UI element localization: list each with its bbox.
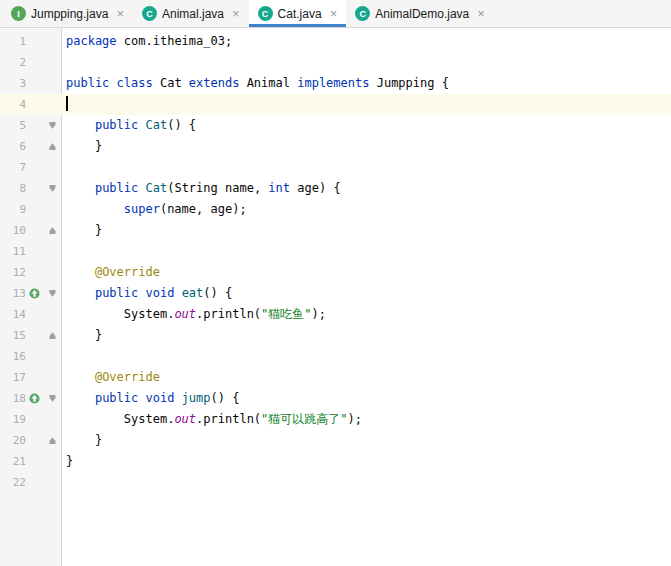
code-token-plain (66, 181, 95, 195)
code-token-plain (66, 265, 95, 279)
code-line-content[interactable]: } (62, 136, 671, 157)
gutter-icon-slot (26, 220, 43, 241)
code-token-plain (138, 118, 145, 132)
fold-marker-slot (43, 241, 62, 262)
code-line-content[interactable]: System.out.println("猫吃鱼"); (62, 304, 671, 325)
code-token-keyword: extends (189, 76, 240, 90)
fold-marker-end-icon[interactable] (43, 325, 62, 346)
code-token-keyword: implements (297, 76, 369, 90)
code-line-8: 8 public Cat(String name, int age) { (0, 178, 671, 199)
gutter-icon-slot (26, 346, 43, 367)
line-number: 3 (0, 73, 26, 94)
code-line-content[interactable]: @Override (62, 367, 671, 388)
gutter-icon-slot (26, 472, 43, 493)
fold-marker-start-icon[interactable] (43, 388, 62, 409)
code-line-content[interactable] (62, 94, 671, 115)
line-number: 14 (0, 304, 26, 325)
fold-marker-start-icon[interactable] (43, 115, 62, 136)
tab-close-icon[interactable]: × (116, 7, 124, 20)
code-token-annotation: @Override (95, 370, 160, 384)
tab-close-icon[interactable]: × (477, 7, 485, 20)
fold-marker-slot (43, 73, 62, 94)
class-icon: C (355, 6, 370, 21)
overriding-method-icon[interactable] (26, 388, 43, 409)
gutter-icon-slot (26, 136, 43, 157)
line-number: 8 (0, 178, 26, 199)
tab-close-icon[interactable]: × (232, 7, 240, 20)
fold-marker-start-icon[interactable] (43, 178, 62, 199)
fold-marker-slot (43, 262, 62, 283)
code-line-content[interactable] (62, 472, 671, 493)
code-line-content[interactable]: } (62, 220, 671, 241)
editor-tab-jumpping-java[interactable]: IJumpping.java× (2, 0, 133, 27)
gutter-icon-slot (26, 430, 43, 451)
editor-tab-animal-java[interactable]: CAnimal.java× (133, 0, 249, 27)
code-line-5: 5 public Cat() { (0, 115, 671, 136)
code-line-content[interactable]: super(name, age); (62, 199, 671, 220)
code-token-plain: ); (348, 412, 362, 426)
editor-tab-animaldemo-java[interactable]: CAnimalDemo.java× (346, 0, 494, 27)
line-number: 6 (0, 136, 26, 157)
code-line-content[interactable]: System.out.println("猫可以跳高了"); (62, 409, 671, 430)
code-line-content[interactable] (62, 157, 671, 178)
line-number: 9 (0, 199, 26, 220)
code-line-content[interactable]: } (62, 451, 671, 472)
text-caret (66, 96, 68, 111)
code-token-plain (138, 286, 145, 300)
code-token-plain (138, 181, 145, 195)
code-token-plain: ); (312, 307, 326, 321)
line-number: 11 (0, 241, 26, 262)
gutter-icon-slot (26, 451, 43, 472)
ide-window: IJumpping.java×CAnimal.java×CCat.java×CA… (0, 0, 671, 566)
fold-marker-slot (43, 52, 62, 73)
code-line-content[interactable]: public class Cat extends Animal implemen… (62, 73, 671, 94)
line-number: 16 (0, 346, 26, 367)
fold-marker-slot (43, 472, 62, 493)
code-token-method_decl: jump (182, 391, 211, 405)
code-token-plain (66, 391, 95, 405)
code-line-13: 13 public void eat() { (0, 283, 671, 304)
tab-label: Animal.java (162, 7, 224, 21)
code-line-content[interactable] (62, 241, 671, 262)
code-line-content[interactable]: } (62, 430, 671, 451)
code-line-9: 9 super(name, age); (0, 199, 671, 220)
line-number: 10 (0, 220, 26, 241)
fold-marker-slot (43, 31, 62, 52)
code-line-content[interactable]: package com.itheima_03; (62, 31, 671, 52)
code-line-content[interactable] (62, 346, 671, 367)
code-line-content[interactable]: public void eat() { (62, 283, 671, 304)
code-token-plain (138, 391, 145, 405)
code-line-content[interactable]: public Cat(String name, int age) { (62, 178, 671, 199)
code-token-plain: } (66, 433, 102, 447)
tab-label: Jumpping.java (31, 7, 108, 21)
code-token-plain (66, 370, 95, 384)
code-line-content[interactable]: } (62, 325, 671, 346)
code-token-plain (109, 76, 116, 90)
fold-marker-end-icon[interactable] (43, 430, 62, 451)
fold-marker-end-icon[interactable] (43, 220, 62, 241)
code-token-plain: System. (66, 412, 174, 426)
code-line-content[interactable]: @Override (62, 262, 671, 283)
editor-tab-cat-java[interactable]: CCat.java× (249, 0, 347, 27)
line-number: 2 (0, 52, 26, 73)
tab-close-icon[interactable]: × (330, 7, 338, 20)
code-line-content[interactable] (62, 52, 671, 73)
overriding-method-icon[interactable] (26, 283, 43, 304)
code-token-keyword: class (117, 76, 153, 90)
code-token-plain: (name, age); (160, 202, 247, 216)
code-token-string: "猫可以跳高了" (261, 412, 347, 426)
code-editor[interactable]: 1package com.itheima_03;23public class C… (0, 28, 671, 566)
gutter-icon-slot (26, 325, 43, 346)
code-token-plain (66, 118, 95, 132)
gutter-icon-slot (26, 409, 43, 430)
fold-marker-end-icon[interactable] (43, 136, 62, 157)
code-token-plain (174, 286, 181, 300)
fold-marker-start-icon[interactable] (43, 283, 62, 304)
code-token-method_decl: Cat (146, 181, 168, 195)
fold-marker-slot (43, 346, 62, 367)
line-number: 7 (0, 157, 26, 178)
code-line-content[interactable]: public void jump() { (62, 388, 671, 409)
code-line-16: 16 (0, 346, 671, 367)
code-line-content[interactable]: public Cat() { (62, 115, 671, 136)
gutter-icon-slot (26, 157, 43, 178)
